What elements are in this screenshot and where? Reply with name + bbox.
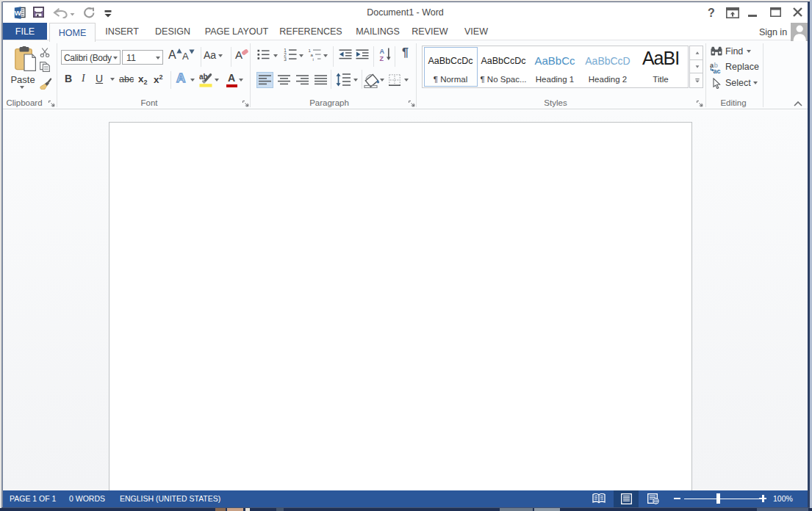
svg-text:ac: ac	[714, 68, 721, 74]
svg-text:A: A	[380, 48, 385, 55]
svg-text:3: 3	[284, 57, 287, 61]
svg-text:Z: Z	[380, 55, 384, 62]
svg-text:i: i	[313, 57, 314, 62]
